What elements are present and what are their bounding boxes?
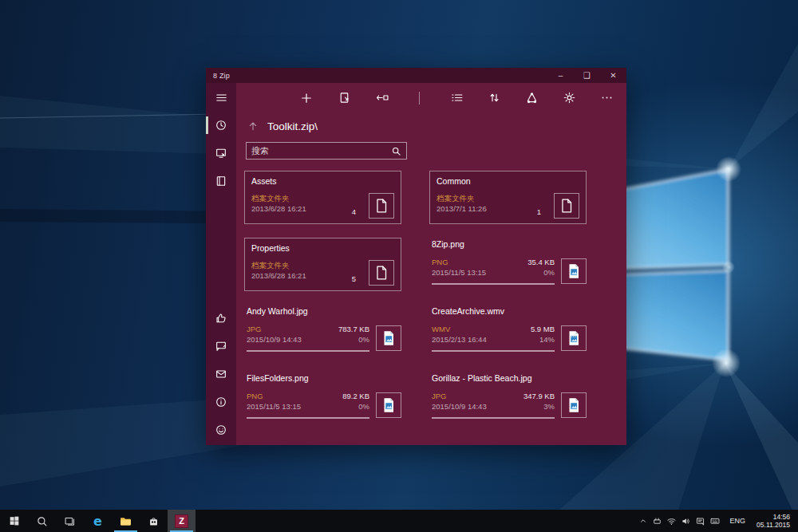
file-tile[interactable]: 8Zip.pngPNG35.4 KB 2015/11/5 13:150% [429, 238, 587, 291]
item-size: 5.9 MB [531, 324, 555, 334]
chevron-up-icon[interactable] [636, 510, 650, 532]
action-center-icon[interactable] [693, 510, 708, 532]
item-meta: JPG783.7 KB 2015/10/9 14:430% [247, 324, 369, 352]
file-grid: Assets档案文件夹 2013/6/28 16:214Common档案文件夹 … [244, 171, 626, 425]
image-file-icon [561, 392, 587, 418]
breadcrumb[interactable]: Toolkit.zip\ [246, 116, 626, 136]
item-name: Properties [251, 243, 394, 253]
8zip-app-window: 8 Zip – ❑ ✕ Toolkit.zip\ Assets档案文件夹 201… [206, 68, 626, 445]
eight-zip-icon: Z [175, 514, 188, 528]
item-size: 347.9 KB [523, 391, 555, 401]
store-taskbar-button[interactable] [140, 510, 168, 532]
taskbar-search-taskbar-button[interactable] [28, 510, 56, 532]
search-input[interactable] [251, 146, 390, 156]
item-date: 2015/2/13 16:44 [432, 334, 487, 345]
item-size: 89.2 KB [342, 391, 369, 401]
item-meta: WMV5.9 MB 2015/2/13 16:4414% [432, 324, 555, 352]
item-date: 2013/6/28 16:21 [251, 203, 306, 214]
taskbar-clock[interactable]: 14:56 05.11.2015 [753, 513, 793, 529]
maximize-button[interactable]: ❑ [574, 68, 600, 83]
volume-icon[interactable] [679, 510, 693, 532]
item-type: 档案文件夹 [251, 193, 290, 203]
file-tile[interactable]: Gorillaz - Plastic Beach.jpgJPG347.9 KB … [429, 372, 587, 425]
item-name: CreateArchive.wmv [432, 306, 587, 316]
breadcrumb-path: Toolkit.zip\ [267, 120, 318, 132]
item-percent: 0% [543, 267, 555, 278]
more-button[interactable] [599, 91, 614, 105]
library-icon[interactable] [206, 174, 236, 188]
file-explorer-taskbar-button[interactable] [112, 510, 140, 532]
add-button[interactable] [299, 91, 314, 105]
item-type: WMV [432, 324, 450, 334]
start-taskbar-button[interactable] [0, 510, 28, 532]
item-date: 2015/10/9 14:43 [432, 401, 487, 412]
window-body: Toolkit.zip\ Assets档案文件夹 2013/6/28 16:21… [206, 83, 626, 445]
language-indicator[interactable]: ENG [727, 517, 749, 525]
file-tile[interactable]: CreateArchive.wmvWMV5.9 MB 2015/2/13 16:… [429, 305, 587, 358]
item-progress-bar [432, 350, 555, 352]
sidebar-top-group [206, 90, 236, 188]
recent-icon[interactable] [206, 118, 236, 132]
feedback-icon[interactable] [206, 339, 236, 353]
edge-taskbar-button[interactable]: e [84, 510, 112, 532]
open-archive-button[interactable] [337, 91, 351, 105]
item-progress-bar [247, 350, 369, 352]
file-tile[interactable]: Andy Warhol.jpgJPG783.7 KB 2015/10/9 14:… [244, 305, 401, 358]
mail-icon[interactable] [206, 367, 236, 381]
item-type: PNG [432, 257, 448, 267]
wifi-icon[interactable] [665, 510, 679, 532]
search-icon[interactable] [390, 145, 401, 156]
item-progress-bar [247, 417, 369, 419]
item-count: 1 [537, 207, 541, 216]
open-device-icon[interactable] [206, 146, 236, 160]
item-date: 2015/11/5 13:15 [247, 401, 301, 412]
fun-icon[interactable] [206, 423, 236, 437]
item-type: PNG [247, 391, 263, 401]
about-icon[interactable] [206, 395, 236, 409]
task-view-taskbar-button[interactable] [56, 510, 84, 532]
share-button[interactable] [524, 91, 539, 105]
item-progress-bar [432, 283, 555, 285]
image-file-icon [561, 258, 587, 284]
up-arrow-icon[interactable] [246, 119, 260, 133]
item-name: Gorillaz - Plastic Beach.jpg [432, 373, 587, 383]
touch-keyboard-icon[interactable] [708, 510, 722, 532]
item-date: 2013/6/28 16:21 [251, 270, 306, 281]
item-progress-bar [432, 417, 555, 419]
sort-button[interactable] [487, 91, 501, 105]
item-percent: 0% [358, 401, 369, 412]
item-details: 档案文件夹 2013/6/28 16:214 [251, 193, 394, 218]
extract-button[interactable] [374, 91, 389, 105]
toolbar-divider [412, 91, 426, 105]
item-details: PNG89.2 KB 2015/11/5 13:150% [247, 391, 401, 419]
folder-tile[interactable]: Common档案文件夹 2013/7/1 11:261 [429, 171, 587, 224]
item-meta: 档案文件夹 2013/6/28 16:21 [251, 193, 349, 218]
video-file-icon [561, 325, 587, 351]
multi-select-button[interactable] [449, 91, 464, 105]
rate-icon[interactable] [206, 311, 236, 325]
item-count: 5 [352, 274, 356, 283]
search-box[interactable] [246, 142, 407, 160]
item-details: JPG347.9 KB 2015/10/9 14:433% [432, 391, 587, 419]
settings-button[interactable] [562, 91, 576, 105]
item-details: 档案文件夹 2013/7/1 11:261 [437, 193, 579, 218]
eight-zip-taskbar-button[interactable]: Z [168, 510, 196, 532]
item-name: Andy Warhol.jpg [247, 306, 401, 316]
item-details: JPG783.7 KB 2015/10/9 14:430% [247, 324, 401, 352]
content-area: Toolkit.zip\ Assets档案文件夹 2013/6/28 16:21… [236, 83, 626, 445]
folder-tile[interactable]: Properties档案文件夹 2013/6/28 16:215 [244, 238, 401, 291]
folder-tile[interactable]: Assets档案文件夹 2013/6/28 16:214 [244, 171, 401, 224]
item-date: 2015/11/5 13:15 [432, 267, 486, 278]
tray-device-icon[interactable] [650, 510, 665, 532]
file-tile[interactable]: FilesFolders.pngPNG89.2 KB 2015/11/5 13:… [244, 372, 401, 425]
command-toolbar [244, 83, 626, 112]
item-name: Assets [251, 176, 394, 186]
item-meta: 档案文件夹 2013/7/1 11:26 [437, 193, 534, 218]
item-percent: 3% [543, 401, 555, 412]
minimize-button[interactable]: – [547, 68, 574, 83]
close-button[interactable]: ✕ [600, 68, 626, 83]
taskbar: eZ ENG 14:56 05.11.2015 [0, 510, 798, 532]
menu-icon[interactable] [206, 90, 236, 104]
navigation-sidebar [206, 83, 236, 445]
window-titlebar[interactable]: 8 Zip – ❑ ✕ [206, 68, 626, 83]
